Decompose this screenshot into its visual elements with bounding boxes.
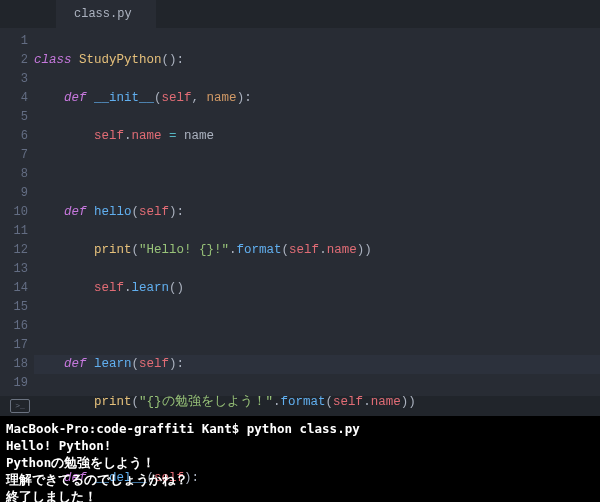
code-line [34,165,600,184]
code-line: print("{}の勉強をしよう！".format(self.name)) [34,393,600,412]
code-editor[interactable]: 12345678910111213141516171819 class Stud… [0,28,600,396]
tab-filename: class.py [74,7,132,21]
file-tab[interactable]: class.py [56,0,156,28]
code-line: self.name = name [34,127,600,146]
code-line: class StudyPython(): [34,51,600,70]
tab-bar: class.py [0,0,600,28]
code-line: self.learn() [34,279,600,298]
code-line: def __init__(self, name): [34,89,600,108]
code-line [34,317,600,336]
terminal-icon[interactable]: >_ [10,399,30,413]
code-line: def hello(self): [34,203,600,222]
code-line: print("Hello! {}!".format(self.name)) [34,241,600,260]
code-area[interactable]: class StudyPython(): def __init__(self, … [34,28,600,396]
code-line: def learn(self): [34,355,600,374]
line-gutter: 12345678910111213141516171819 [0,28,34,396]
